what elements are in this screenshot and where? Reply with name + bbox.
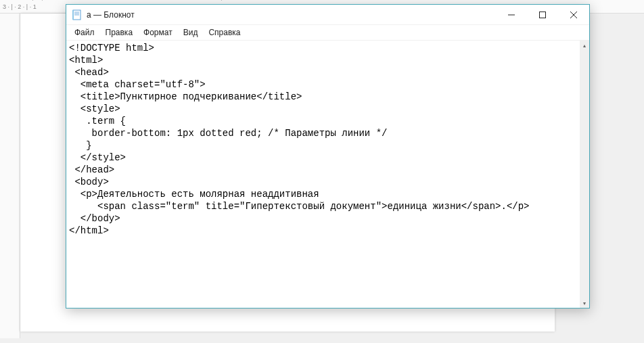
- window-controls: [496, 5, 589, 24]
- bg-label-font: Шрифт: [26, 0, 48, 4]
- editor-area[interactable]: <!DOCTYPE html> <html> <head> <meta char…: [66, 40, 589, 308]
- close-button[interactable]: [558, 5, 589, 25]
- scroll-down-arrow-icon[interactable]: ▾: [580, 298, 589, 308]
- editor-text-content[interactable]: <!DOCTYPE html> <html> <head> <meta char…: [66, 41, 580, 308]
- vertical-scrollbar[interactable]: ▴ ▾: [580, 41, 589, 308]
- menu-help[interactable]: Справка: [203, 26, 246, 39]
- maximize-button[interactable]: [527, 5, 558, 25]
- menu-file[interactable]: Файл: [69, 26, 100, 39]
- minimize-icon: [508, 12, 515, 18]
- svg-rect-4: [72, 10, 74, 20]
- svg-rect-6: [540, 12, 546, 18]
- close-icon: [570, 12, 577, 18]
- bg-ruler-text: 3 · | · 2 · | · 1: [3, 3, 37, 10]
- menu-view[interactable]: Вид: [178, 26, 204, 39]
- minimize-button[interactable]: [496, 5, 527, 25]
- scroll-up-arrow-icon[interactable]: ▴: [580, 41, 589, 50]
- menu-edit[interactable]: Правка: [100, 26, 139, 39]
- notepad-window: a — Блокнот Файл Правка Формат Вид Справ…: [66, 4, 590, 308]
- titlebar[interactable]: a — Блокнот: [66, 5, 589, 25]
- notepad-icon: [72, 9, 83, 20]
- window-title: a — Блокнот: [87, 10, 496, 20]
- background-left-ruler: [0, 14, 20, 338]
- menu-format[interactable]: Формат: [138, 26, 178, 39]
- menubar: Файл Правка Формат Вид Справка: [66, 25, 589, 40]
- maximize-icon: [539, 12, 546, 18]
